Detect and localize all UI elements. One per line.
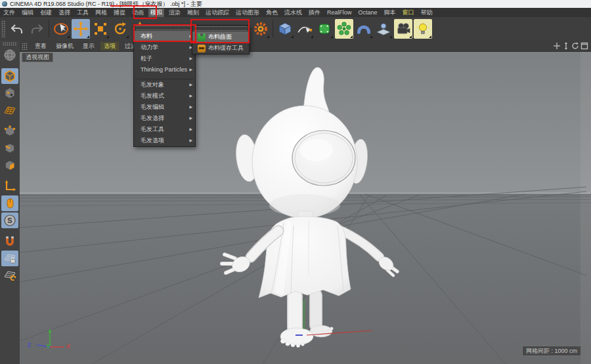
menubar-item[interactable]: 插件 — [307, 9, 322, 17]
submenu-arrow-icon: ▶ — [189, 135, 192, 146]
toolbar-drag-handle[interactable] — [1, 20, 6, 37]
menubar-item[interactable]: 工具 — [75, 9, 91, 17]
pan-icon[interactable] — [553, 42, 561, 50]
modeling-settings-icon[interactable] — [252, 19, 270, 39]
edge-mode-icon[interactable] — [1, 140, 18, 156]
title-bar[interactable]: CINEMA 4D R19.068 Studio (RC - R19) - [独… — [0, 0, 591, 8]
submenu-arrow-icon: ▶ — [189, 102, 192, 113]
texture-mode-icon[interactable] — [1, 102, 18, 118]
menu-tear-off[interactable] — [136, 26, 193, 30]
camera-icon[interactable] — [394, 19, 412, 39]
menubar-item[interactable]: RealFlow — [325, 9, 354, 17]
rotate-icon[interactable] — [111, 19, 129, 39]
menu-item[interactable]: 毛发对象 ▶ — [134, 79, 195, 91]
window-title: CINEMA 4D R19.068 Studio (RC - R19) - [独… — [10, 0, 202, 9]
orbit-icon[interactable] — [571, 42, 579, 50]
menu-item-icon — [198, 33, 206, 41]
mograph-icon[interactable] — [335, 19, 353, 39]
add-cube-icon[interactable] — [276, 19, 294, 39]
model-mode-icon[interactable] — [1, 85, 18, 101]
menubar-item[interactable]: 角色 — [264, 9, 280, 17]
menubar-item[interactable]: 文件 — [1, 9, 17, 17]
mode-toolbar-drag-handle[interactable] — [3, 42, 17, 46]
viewport-solo-icon[interactable] — [1, 195, 18, 211]
menu-item[interactable]: 布料缓存工具 — [192, 43, 249, 54]
menu-item[interactable]: 布料曲面 — [192, 31, 249, 43]
menu-item[interactable]: 毛发编辑 ▶ — [134, 102, 195, 113]
viewport-nav — [552, 42, 588, 50]
menu-item[interactable]: Thinking Particles ▶ — [134, 64, 195, 75]
globe-icon[interactable] — [1, 47, 18, 63]
redo-icon[interactable] — [28, 19, 46, 39]
menu-item[interactable]: 布料 ▶ — [134, 31, 195, 42]
menu-item-icon — [198, 45, 206, 52]
axis-x-label: X — [66, 343, 70, 350]
menubar-item[interactable]: 雕刻 — [185, 9, 201, 17]
submenu-arrow-icon: ▶ — [189, 79, 192, 91]
menubar-item[interactable]: Octane — [357, 9, 380, 17]
viewport-menubar: 查看 摄像机 显示 选项 过滤 面板 — [20, 41, 591, 52]
main-toolbar — [0, 17, 591, 41]
menubar-item[interactable]: 选择 — [56, 9, 72, 17]
polygon-mode-icon[interactable] — [1, 157, 18, 173]
viewport-canvas — [20, 41, 591, 364]
scale-icon[interactable] — [91, 19, 110, 39]
axis-y-label: Y — [46, 343, 50, 350]
environment-icon[interactable] — [374, 19, 393, 39]
maximize-icon[interactable] — [580, 42, 588, 50]
deformer-icon[interactable] — [355, 19, 373, 39]
axis-mode-icon[interactable] — [1, 178, 18, 194]
submenu-arrow-icon: ▶ — [189, 64, 192, 75]
menubar-item[interactable]: 编辑 — [20, 9, 35, 17]
menubar-item[interactable]: 帮助 — [419, 9, 435, 17]
viewport-menu-item[interactable]: 显示 — [79, 42, 98, 51]
point-mode-icon[interactable] — [1, 123, 18, 139]
submenu-arrow-icon: ▶ — [189, 91, 192, 102]
subdivision-surface-icon[interactable] — [315, 19, 334, 39]
light-icon[interactable] — [414, 19, 432, 39]
undo-icon[interactable] — [8, 19, 26, 39]
menubar-item[interactable]: 流水线 — [282, 9, 304, 17]
submenu-arrow-icon: ▶ — [189, 124, 192, 135]
menubar-item[interactable]: 网格 — [93, 9, 109, 17]
workplane-icon[interactable] — [1, 268, 18, 283]
move-icon[interactable] — [72, 19, 90, 39]
add-spline-icon[interactable] — [296, 19, 314, 39]
viewport[interactable]: Y X Z — [20, 41, 591, 364]
dolly-icon[interactable] — [562, 42, 570, 50]
viewport-menu-item[interactable]: 选项 — [100, 42, 119, 51]
menubar-item[interactable]: 动画 — [130, 9, 146, 17]
selection-s-icon[interactable]: S — [1, 212, 18, 228]
menubar-item[interactable]: 创建 — [38, 9, 54, 17]
main-menubar: 文件 编辑 创建 选择 工具 网格 捕捉 动画 模拟 渲染 雕刻 运动跟踪 运动… — [0, 8, 591, 17]
make-editable-icon[interactable] — [1, 68, 18, 84]
axis-z-label: Z — [28, 342, 32, 348]
cloth-submenu: 布料曲面 布料缓存工具 — [192, 25, 250, 54]
live-selection-icon[interactable] — [52, 19, 70, 39]
viewport-menu-item[interactable]: 摄像机 — [53, 42, 77, 51]
viewport-drag-handle[interactable] — [22, 43, 28, 50]
menu-item[interactable]: 毛发选择 ▶ — [134, 113, 195, 124]
grid-spacing-label: 网格间距 : 1000 cm — [522, 346, 581, 356]
viewport-menu-item[interactable]: 查看 — [32, 42, 50, 51]
menu-item[interactable]: 粒子 ▶ — [134, 53, 195, 64]
menubar-item[interactable]: 模拟 — [148, 9, 164, 17]
mode-toolbar: S — [0, 41, 20, 364]
menu-item[interactable]: 毛发工具 ▶ — [134, 124, 195, 135]
menu-item[interactable]: 毛发选项 ▶ — [134, 135, 195, 146]
menubar-item[interactable]: 运动图形 — [234, 9, 261, 17]
menu-item[interactable]: 动力学 ▶ — [134, 42, 195, 53]
menubar-item[interactable]: 窗口 — [401, 9, 416, 17]
menubar-item[interactable]: 捕捉 — [112, 9, 127, 17]
menu-item[interactable]: 毛发模式 ▶ — [134, 91, 195, 102]
workplane-lock-icon[interactable] — [1, 251, 18, 266]
simulate-menu: 布料 ▶ 动力学 ▶ 粒子 ▶ Thinking Particles ▶ — [133, 24, 196, 147]
submenu-arrow-icon: ▶ — [189, 53, 192, 64]
view-name-label[interactable]: 透视视图 — [22, 52, 53, 62]
menubar-item[interactable]: 运动跟踪 — [204, 9, 231, 17]
menubar-item[interactable]: 渲染 — [167, 9, 183, 17]
menubar-item[interactable]: 脚本 — [382, 9, 398, 17]
submenu-arrow-icon: ▶ — [189, 113, 192, 124]
menu-tear-off[interactable] — [194, 26, 247, 31]
snap-icon[interactable] — [1, 233, 18, 249]
